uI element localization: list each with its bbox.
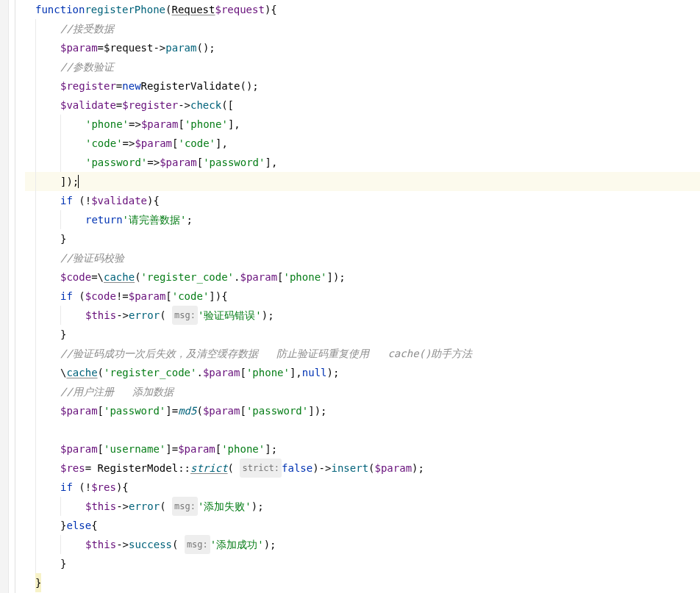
brace: }	[60, 325, 66, 344]
variable: $param	[141, 115, 179, 134]
function-call: cache	[104, 267, 135, 287]
keyword: null	[302, 363, 327, 382]
code-line[interactable]: //用户注册 添加数据	[25, 382, 700, 401]
variable: $param	[203, 363, 240, 382]
keyword: if	[60, 287, 73, 306]
brace: }	[60, 554, 66, 573]
keyword: return	[85, 210, 123, 229]
code-line[interactable]: //参数验证	[25, 57, 700, 76]
code-line[interactable]: }	[25, 325, 700, 344]
variable: $param	[135, 134, 172, 153]
function-call: cache	[66, 363, 97, 382]
string: 'register_code'	[104, 363, 196, 382]
variable: $param	[129, 287, 166, 306]
code-line[interactable]: $register=new RegisterValidate();	[25, 76, 700, 96]
code-line[interactable]: //接受数据	[25, 19, 700, 38]
string: 'phone'	[246, 363, 290, 382]
variable: $code	[85, 287, 116, 306]
keyword: if	[60, 478, 73, 497]
method-call: error	[129, 497, 160, 516]
string: 'code'	[178, 134, 215, 153]
code-editor[interactable]: function registerPhone(Request $request)…	[0, 0, 700, 593]
code-line[interactable]: $this->error( msg: '验证码错误');	[25, 306, 700, 325]
code-line[interactable]: return '请完善数据';	[25, 210, 700, 229]
string: 'password'	[104, 401, 165, 420]
string: 'register_code'	[141, 267, 234, 287]
string: 'password'	[203, 153, 265, 172]
string: '添加失败'	[198, 497, 251, 516]
variable: $param	[60, 38, 98, 57]
variable: $param	[60, 401, 98, 420]
string: 'password'	[246, 401, 308, 420]
method-call: check	[190, 96, 221, 115]
param-hint: strict:	[240, 459, 282, 478]
fold-gutter[interactable]	[9, 0, 22, 593]
comment: //验证码校验	[60, 248, 124, 267]
code-line[interactable]: 'password'=>$param['password'],	[25, 153, 700, 172]
function-name: registerPhone	[85, 0, 165, 19]
param-hint: msg:	[172, 306, 198, 325]
code-line[interactable]: if ($code!=$param['code']){	[25, 287, 700, 306]
code-line[interactable]: }else{	[25, 516, 700, 535]
line-gutter	[0, 0, 9, 593]
code-line[interactable]: }	[25, 554, 700, 573]
text: ]);	[60, 172, 79, 191]
brace: }	[35, 573, 41, 592]
code-line-active[interactable]: ]);	[25, 172, 700, 191]
code-line[interactable]: $code=\cache('register_code'.$param['pho…	[25, 267, 700, 287]
function-call: md5	[178, 401, 196, 420]
variable: $param	[375, 459, 413, 478]
code-line[interactable]: $res= RegisterModel::strict( strict: fal…	[25, 459, 700, 478]
method-call: error	[129, 306, 160, 325]
variable: $param	[203, 401, 240, 420]
code-line[interactable]: 'phone'=>$param['phone'],	[25, 115, 700, 134]
code-line[interactable]: $param=$request->param();	[25, 38, 700, 57]
string: '请完善数据'	[123, 210, 187, 229]
code-line[interactable]: $param['password']=md5($param['password'…	[25, 401, 700, 420]
keyword: function	[35, 0, 85, 19]
type: Request	[171, 0, 215, 19]
string: 'phone'	[85, 115, 129, 134]
code-line[interactable]: if (!$res){	[25, 478, 700, 497]
variable: $param	[160, 153, 197, 172]
param-hint: msg:	[185, 535, 210, 554]
code-line[interactable]	[25, 420, 700, 439]
string: '添加成功'	[210, 535, 264, 554]
code-line[interactable]: 'code'=>$param['code'],	[25, 134, 700, 153]
variable: $param	[178, 439, 215, 459]
static-method: strict	[190, 459, 228, 478]
param-hint: msg:	[172, 497, 198, 516]
code-line[interactable]: }	[25, 573, 700, 592]
variable: $param	[60, 439, 98, 459]
method-call: insert	[331, 459, 368, 478]
code-area[interactable]: function registerPhone(Request $request)…	[22, 0, 700, 593]
code-line[interactable]: //验证码校验	[25, 248, 700, 267]
method-call: param	[165, 38, 196, 57]
string: 'code'	[85, 134, 123, 153]
variable: $param	[240, 267, 277, 287]
code-line[interactable]: $param['username']=$param['phone'];	[25, 439, 700, 459]
variable: $this	[85, 306, 116, 325]
code-line[interactable]: $this->success( msg: '添加成功');	[25, 535, 700, 554]
keyword: false	[282, 459, 312, 478]
variable: $request	[215, 0, 264, 19]
code-line[interactable]: if (!$validate){	[25, 191, 700, 210]
variable: $this	[85, 535, 116, 554]
class: RegisterValidate	[141, 76, 240, 96]
keyword: if	[60, 191, 73, 210]
string: 'phone'	[284, 267, 327, 287]
variable: $res	[91, 478, 116, 497]
code-line[interactable]: function registerPhone(Request $request)…	[25, 0, 700, 19]
code-line[interactable]: $this->error( msg: '添加失败');	[25, 497, 700, 516]
string: 'password'	[85, 153, 147, 172]
variable: $validate	[91, 191, 147, 210]
variable: $code	[60, 267, 91, 287]
code-line[interactable]: $validate=$register->check([	[25, 96, 700, 115]
comment: //用户注册 添加数据	[60, 382, 174, 401]
code-line[interactable]: }	[25, 229, 700, 248]
method-call: success	[129, 535, 172, 554]
class: RegisterModel	[98, 459, 179, 478]
code-line[interactable]: //验证码成功一次后失效，及清空缓存数据 防止验证码重复使用 cache()助手…	[25, 344, 700, 363]
code-line[interactable]: \cache('register_code'.$param['phone'],n…	[25, 363, 700, 382]
keyword: else	[66, 516, 91, 535]
